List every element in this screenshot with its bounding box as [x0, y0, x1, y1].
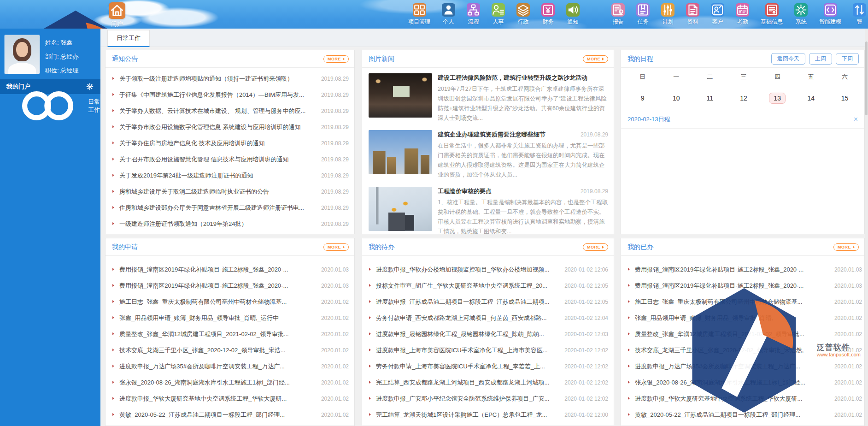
bullet-icon	[628, 332, 630, 335]
nav-module-10[interactable]: 计划	[661, 3, 674, 26]
application-item[interactable]: 费用报销_潼南区2019年绿化补贴项目-施工2标段_张鑫_2020-...202…	[106, 278, 354, 294]
calendar-date[interactable]: 9	[641, 95, 645, 102]
bullet-icon	[628, 349, 630, 351]
scrollbar-thumb[interactable]	[865, 41, 868, 115]
bullet-icon	[112, 206, 114, 209]
notice-item[interactable]: 关于举办住房与房地产信息化 技术及应用培训班的通知2019.08.29	[106, 135, 354, 151]
notice-item[interactable]: 关于举办大数据、云计算技术在城市建设、 规划、管理与服务中的应...2019.0…	[106, 103, 354, 119]
news-item[interactable]: 建筑企业办理建筑资质需要注意哪些细节2019.08.29在日常生活中，很多人都非…	[369, 130, 608, 180]
item-text: 完工结算_西安成都路龙湖上河城项目_西安成都路龙湖上河城项...	[376, 379, 560, 387]
nav-module-8[interactable]: 报告	[611, 3, 625, 26]
more-arrow-icon	[602, 58, 604, 60]
application-item[interactable]: 张鑫_用品领用申请_账簿_财务用品_领导审批_肖晴,_运行中2020.01.02	[106, 310, 354, 326]
nav-module-9[interactable]: 任务	[636, 3, 650, 26]
todo-item[interactable]: 进度款申报_华软办公楼增加视频监控项目_华软办公楼增加视频...2020-01-…	[362, 261, 614, 278]
notice-item[interactable]: 一级建造师注册证书领取通知（2019年第24批）2019.08.29	[106, 216, 354, 232]
panel-title-done: 我的已办	[628, 243, 833, 251]
item-text: 关于召开市政公用设施智慧化管理 信息技术与应用培训班的通知	[119, 155, 317, 164]
more-button[interactable]: MORE	[583, 243, 608, 251]
nav-module-4[interactable]: 人事	[492, 3, 505, 26]
news-item[interactable]: 工程造价审核的要点2019.08.291、核准工程量。工程量是编制决算最基本的内…	[369, 187, 608, 234]
calendar-date[interactable]: 15	[841, 95, 849, 102]
nav-module-7[interactable]: 通知	[566, 3, 580, 26]
application-item[interactable]: 质量整改_张鑫_华润12城房建工程项目_2021-02-02_领导审批...20…	[106, 326, 354, 342]
notice-item[interactable]: 房和城乡建设厅关于取消二级建造师临时执业证书的公告2019.08.29	[106, 183, 354, 200]
nav-module-6[interactable]: 财务	[541, 3, 555, 26]
calendar-date[interactable]: 10	[673, 95, 680, 102]
calendar-date[interactable]: 12	[740, 95, 747, 102]
more-button[interactable]: MORE	[323, 243, 349, 251]
item-date: 2020.01.02	[321, 396, 349, 402]
calendar-date[interactable]: 11	[707, 95, 714, 102]
application-item[interactable]: 技术交底_龙湖三千里小区_张鑫_2020-12-02_领导审批_宋浩...202…	[106, 342, 354, 358]
news-summary: 1、核准工程量。工程量是编制决算最基本的内容，也是整个工程取费和计税的基础。工程…	[438, 198, 608, 234]
todo-item[interactable]: 劳务付款申请_西安成都路龙湖上河城项目_何芷茵_西安成都路...2020-01-…	[362, 310, 614, 326]
bullet-icon	[369, 300, 371, 303]
avatar[interactable]	[5, 35, 40, 74]
bullet-icon	[112, 125, 114, 128]
nav-module-3[interactable]: 流程	[467, 3, 480, 26]
nav-module-1[interactable]: 项目管理	[408, 3, 430, 26]
close-icon[interactable]: ×	[854, 116, 858, 123]
todo-item[interactable]: 投标文件审查_胡广生_华软大厦研究基地中央空调系统工程_20...2020-01…	[362, 278, 614, 294]
application-item[interactable]: 费用报销_潼南区2019年绿化补贴项目-施工2标段_张鑫_2020-...202…	[106, 261, 354, 278]
panel-title-news: 图片新闻	[369, 55, 583, 63]
layers-icon	[516, 3, 530, 17]
notice-item[interactable]: 关于举办市政公用设施数字化管理信息 系统建设与应用培训班的通知2019.08.2…	[106, 119, 354, 135]
module-nav: 项目管理个人流程人事行政财务通知报告任务计划资料客户考勤基础信息系统智能建模智	[408, 3, 866, 26]
nav-module-12[interactable]: 客户	[711, 3, 724, 26]
todo-item[interactable]: 进度款申报_广安邓小平纪念馆安全防范系统维护保养项目_广安...2020-01-…	[362, 390, 614, 407]
todo-item[interactable]: 劳务付款申请_上海市美容医院ICU手术室净化工程_李若若_上...2020-01…	[362, 358, 614, 374]
prev-week-button[interactable]: 上周	[809, 53, 832, 65]
more-arrow-icon	[853, 246, 855, 248]
todo-item[interactable]: 完工结算_龙湖天街城1区设计采购施工（EPC）总承包工程_龙...2020-01…	[362, 407, 614, 423]
nav-module-14[interactable]: 基础信息	[761, 3, 783, 26]
home-icon	[109, 2, 125, 19]
application-item[interactable]: 进度款申报_万达广场35#会所及咖啡厅空调安装工程_万达广...2020.01.…	[106, 358, 354, 374]
sidebar-item-daily-work[interactable]: 日常工作	[0, 98, 100, 114]
item-text: 费用报销_潼南区2019年绿化补贴项目-施工2标段_张鑫_2020-...	[119, 282, 317, 290]
notice-item[interactable]: 关于召开市政公用设施智慧化管理 信息技术与应用培训班的通知2019.08.29	[106, 151, 354, 167]
notice-item[interactable]: 关于发放2019年第24批一级建造师注册证书的通知2019.08.29	[106, 167, 354, 183]
calendar-date[interactable]: 14	[807, 95, 815, 102]
nav-module-13[interactable]: 考勤	[736, 3, 749, 26]
link-icon	[12, 70, 83, 142]
todo-item[interactable]: 进度款申报_上海市美容医院ICU手术室净化工程_上海市美容医...2020-01…	[362, 342, 614, 358]
back-to-today-button[interactable]: 返回今天	[771, 53, 805, 65]
notice-item[interactable]: 住房和城乡建设部办公厅关于同意吉林省开展二级建造师注册证书电...2019.08…	[106, 200, 354, 216]
item-text: 技术交底_龙湖三千里小区_张鑫_2020-12-02_领导审批_宋浩...	[119, 346, 317, 355]
nav-module-portal[interactable]: 门户	[105, 2, 129, 28]
bullet-icon	[628, 300, 630, 303]
next-week-button[interactable]: 下周	[836, 53, 859, 65]
more-button[interactable]: MORE	[583, 55, 608, 63]
done-item[interactable]: 费用报销_潼南区2019年绿化补贴项目-施工2标段_张鑫_2020-...202…	[621, 261, 864, 278]
nav-module-16[interactable]: 智能建模	[819, 3, 841, 26]
application-item[interactable]: 黄敏_2020-05-22_江苏成品油二期项目一标段工程_部门经理...2020…	[106, 407, 354, 423]
application-item[interactable]: 张永银_2020-08-26_湖南洞庭湖水库引水工程施工1标I_部门经...20…	[106, 374, 354, 390]
more-button[interactable]: MORE	[323, 55, 349, 63]
calendar-date[interactable]: 13	[769, 93, 786, 104]
application-item[interactable]: 施工日志_张鑫_重庆太极制药有限公司亳州中药材仓储物流基...2020.01.0…	[106, 294, 354, 310]
todo-item[interactable]: 完工结算_西安成都路龙湖上河城项目_西安成都路龙湖上河城项...2020-01-…	[362, 374, 614, 390]
notice-item[interactable]: 关于领取一级注册建造师增项贴的通知（须持一建证书前来领取）2019.08.29	[106, 71, 354, 87]
nav-module-5[interactable]: 行政	[516, 3, 530, 26]
nav-module-label: 计划	[663, 18, 674, 26]
more-button[interactable]: MORE	[833, 243, 859, 251]
calendar-weekday: 三	[740, 73, 746, 81]
item-date: 2019.08.29	[321, 205, 349, 211]
hr-icon	[492, 3, 505, 17]
nav-module-11[interactable]: 资料	[686, 3, 699, 26]
notice-item[interactable]: 于征集《中国建筑施工行业信息化发展报告（2014）—BIM应用与发...2019…	[106, 87, 354, 103]
nav-module-17[interactable]: 智	[853, 3, 866, 26]
todo-item[interactable]: 进度款申报_晟铭园林绿化工程_晟铭园林绿化工程_陈萌_陈萌...2020-01-…	[362, 326, 614, 342]
application-item[interactable]: 进度款申报_华软大厦研究基地中央空调系统工程_华软大厦研...2020.01.0…	[106, 390, 354, 407]
news-item[interactable]: 建设工程法律风险防范，建筑行业转型升级之路沙龙活动2019年7月27日下午，土筑…	[369, 73, 608, 123]
item-text: 劳务付款申请_西安成都路龙湖上河城项目_何芷茵_西安成都路...	[376, 314, 560, 322]
nav-module-2[interactable]: 个人	[442, 3, 455, 26]
gear-icon[interactable]	[86, 83, 94, 91]
todo-item[interactable]: 进度款申报_江苏成品油二期项目一标段工程_江苏成品油二期项...2020-01-…	[362, 294, 614, 310]
tab-daily-work[interactable]: 日常工作	[107, 30, 150, 47]
panel-my-schedule: 我的日程 返回今天上周下周 日一二三四五六 9101112131415 2020…	[621, 50, 865, 234]
news-title: 工程造价审核的要点	[438, 187, 576, 195]
nav-module-15[interactable]: 系统	[794, 3, 808, 26]
